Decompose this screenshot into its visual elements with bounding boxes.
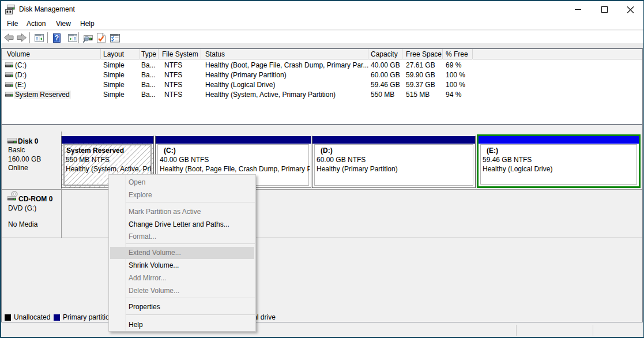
svg-text:?: ? [55,34,59,42]
